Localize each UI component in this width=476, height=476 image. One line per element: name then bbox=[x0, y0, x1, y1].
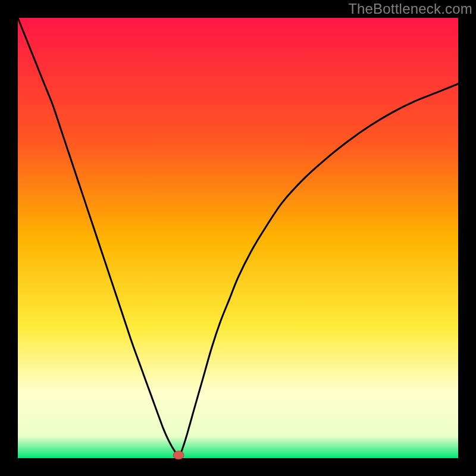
chart-container: { "watermark": "TheBottleneck.com", "col… bbox=[0, 0, 476, 476]
bottleneck-chart bbox=[0, 0, 476, 476]
min-marker bbox=[173, 451, 184, 459]
watermark-label: TheBottleneck.com bbox=[348, 1, 472, 17]
plot-background bbox=[18, 18, 458, 458]
